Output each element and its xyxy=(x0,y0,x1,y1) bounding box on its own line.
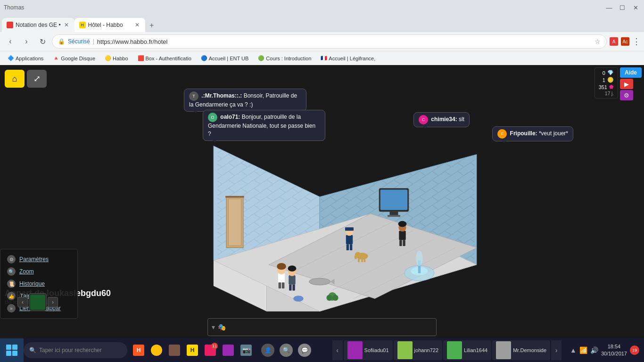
bubble-text-4: *veut jouer* xyxy=(539,130,568,137)
bookmarks-bar: 🔷 Applications 🔺 Google Disque 🟡 Habbo 🟥… xyxy=(0,51,644,65)
close-button[interactable]: ✕ xyxy=(631,3,640,12)
tab-notation[interactable]: Notation des GE • ✕ xyxy=(2,18,74,32)
aide-button[interactable]: Aide xyxy=(620,67,642,78)
taskbar-img-habbo: H xyxy=(187,345,198,356)
bookmark-box[interactable]: 🟥 Box - Authentificatio xyxy=(134,54,195,63)
taskbar-icon-4[interactable]: 11 xyxy=(202,342,219,359)
svg-rect-33 xyxy=(282,282,284,288)
expand-button[interactable]: ⤢ xyxy=(27,70,47,88)
svg-rect-34 xyxy=(289,275,295,285)
friend-avatar-4 xyxy=(496,341,511,359)
bm-icon-6: 🟢 xyxy=(258,55,264,61)
svg-rect-41 xyxy=(345,227,354,230)
bookmark-google-drive[interactable]: 🔺 Google Disque xyxy=(49,54,99,63)
maximize-button[interactable]: ☐ xyxy=(618,3,627,12)
svg-rect-50 xyxy=(399,231,405,240)
tab-close-1[interactable]: ✕ xyxy=(63,21,70,29)
pink-icon: ⬟ xyxy=(609,84,614,90)
chat-emoji-icon[interactable]: 🎭 xyxy=(218,323,226,331)
taskbar-icon-2[interactable] xyxy=(148,342,165,359)
gold-value: 1 xyxy=(603,77,605,83)
lien-icon: » xyxy=(7,304,16,313)
taskbar-icon-3[interactable] xyxy=(166,342,183,359)
taskbar-icon-camera[interactable]: 📷 xyxy=(238,342,255,359)
bookmark-cours[interactable]: 🟢 Cours : Introduction xyxy=(254,54,315,63)
address-bar[interactable]: 🔒 Sécurisé | https://www.habbo.fr/hotel … xyxy=(52,34,607,49)
nav-right-arrow[interactable]: › xyxy=(48,297,58,307)
chat-arrow-icon[interactable]: ▾ xyxy=(212,323,215,331)
bm-label-7: Accueil | Légifrance, xyxy=(329,56,375,61)
start-button[interactable] xyxy=(0,338,24,362)
menu-historique[interactable]: 📜 Historique xyxy=(4,278,74,290)
browser-chrome: Thomas — ☐ ✕ Notation des GE • ✕ H Hôtel… xyxy=(0,0,644,65)
bm-label-1: Applications xyxy=(16,56,43,61)
friends-prev-button[interactable]: ‹ xyxy=(332,340,343,360)
friend-item-1[interactable]: Sofiiadu01 xyxy=(344,340,393,360)
tray-icon-network[interactable]: ▲ xyxy=(570,346,577,354)
taskbar-search-bar[interactable]: 🔍 Taper ici pour rechercher xyxy=(24,342,127,358)
room-thumbnail xyxy=(30,295,45,310)
settings-button[interactable]: ⚙ xyxy=(620,90,633,100)
taskbar-icon-chat[interactable]: 💬 xyxy=(296,342,313,359)
svg-rect-42 xyxy=(347,244,349,250)
menu-parametres[interactable]: ⚙ Paramètres xyxy=(4,253,74,265)
extension-icon-2[interactable]: Ac xyxy=(621,37,629,46)
menu-historique-label: Historique xyxy=(19,280,45,287)
taskbar-search-label: Taper ici pour rechercher xyxy=(39,347,102,354)
svg-rect-38 xyxy=(292,285,295,291)
svg-rect-14 xyxy=(225,196,244,198)
friends-next-button[interactable]: › xyxy=(551,340,561,360)
friend-item-2[interactable]: johann722 xyxy=(394,340,442,360)
tab-habbo[interactable]: H Hôtel - Habbo ✕ xyxy=(74,18,145,32)
window-title: Thomas xyxy=(4,4,24,11)
minimize-button[interactable]: — xyxy=(604,3,614,12)
home-button[interactable]: ⌂ xyxy=(5,70,25,88)
taskbar-search-icon: 🔍 xyxy=(29,347,36,354)
diamond-icon: 💎 xyxy=(607,70,614,76)
menu-zoom[interactable]: 🔍 Zoom xyxy=(4,265,74,278)
taskbar-icon-extra-2[interactable]: 🔍 xyxy=(278,342,295,359)
bubble-avatar-1: T xyxy=(189,91,198,101)
game-area[interactable]: ⌂ ⤢ 0 💎 1 🪙 351 ⬟ 17 j. Aide ▶ ⚙ xyxy=(0,65,644,362)
bookmark-applications[interactable]: 🔷 Applications xyxy=(4,54,47,63)
reload-button[interactable]: ↻ xyxy=(36,35,49,48)
svg-rect-29 xyxy=(278,273,285,283)
back-button[interactable]: ‹ xyxy=(4,35,17,48)
nav-left-arrow[interactable]: ‹ xyxy=(17,297,28,307)
hud-buttons: Aide ▶ ⚙ xyxy=(620,67,642,100)
days-value: 17 j. xyxy=(605,91,614,96)
extra-taskbar-icons: 👤 🔍 💬 xyxy=(257,342,315,359)
new-tab-button[interactable]: + xyxy=(145,19,158,32)
friend-item-3[interactable]: Lilian1644 xyxy=(443,340,491,360)
tray-icon-volume[interactable]: 🔊 xyxy=(590,346,598,354)
friend-name-2: johann722 xyxy=(414,347,438,353)
bookmark-habbo[interactable]: 🟡 Habbo xyxy=(101,54,132,63)
taskbar-icon-1[interactable]: H xyxy=(130,342,147,359)
tab-close-2[interactable]: ✕ xyxy=(134,21,140,29)
chat-input-bar: ▾ 🎭 xyxy=(207,318,437,336)
svg-rect-13 xyxy=(229,199,241,246)
stats-panel: 0 💎 1 🪙 351 ⬟ 17 j. xyxy=(594,67,618,99)
navigator-arrows: ‹ › xyxy=(17,293,58,311)
zoom-icon: 🔍 xyxy=(7,267,16,276)
forward-button[interactable]: › xyxy=(20,35,33,48)
bookmark-legifrance[interactable]: 🇫🇷 Accueil | Légifrance, xyxy=(317,54,379,63)
exit-button[interactable]: ▶ xyxy=(620,79,633,89)
title-bar-right: — ☐ ✕ xyxy=(604,3,640,12)
system-clock[interactable]: 18:54 30/10/2017 xyxy=(601,343,627,358)
bookmark-ent[interactable]: 🔵 Accueil | ENT UB xyxy=(197,54,253,63)
svg-point-26 xyxy=(326,295,332,301)
nav-center[interactable] xyxy=(29,293,47,311)
svg-rect-37 xyxy=(289,285,291,291)
friend-item-4[interactable]: Mr.Demonside xyxy=(492,340,550,360)
chat-input-field[interactable] xyxy=(229,324,432,331)
bookmark-star-icon[interactable]: ☆ xyxy=(594,38,601,45)
taskbar-icon-5[interactable] xyxy=(220,342,237,359)
extension-icon-1[interactable]: A xyxy=(610,37,618,46)
taskbar-icon-habbo[interactable]: H xyxy=(184,342,201,359)
tray-icon-wifi[interactable]: 📶 xyxy=(579,346,587,354)
chrome-menu-button[interactable]: ⋮ xyxy=(632,36,640,47)
diamonds-value: 0 xyxy=(603,70,605,76)
notification-badge[interactable]: 19 xyxy=(630,346,639,355)
taskbar-icon-extra-1[interactable]: 👤 xyxy=(259,342,276,359)
